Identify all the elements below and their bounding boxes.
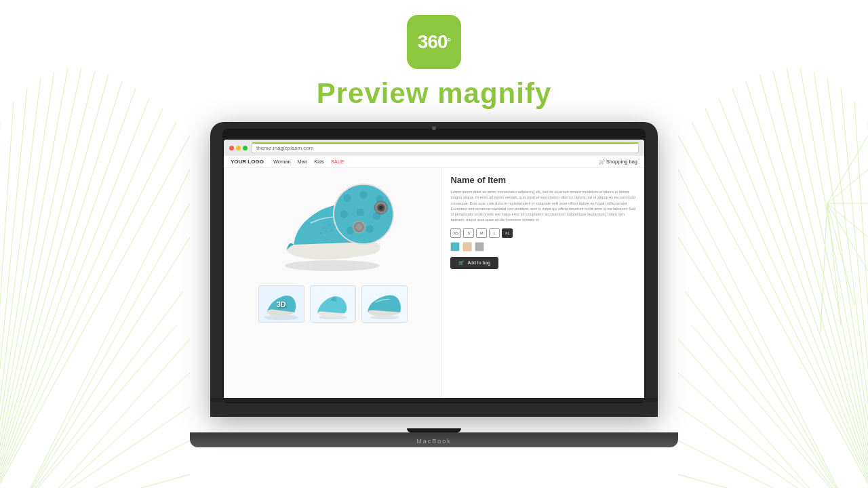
size-xl[interactable]: XL bbox=[502, 228, 513, 238]
svg-point-70 bbox=[359, 191, 367, 199]
logo-sup: ° bbox=[448, 37, 451, 47]
svg-point-69 bbox=[343, 194, 351, 201]
color-teal[interactable] bbox=[450, 242, 460, 251]
site-logo-text: YOUR LOGO bbox=[231, 159, 264, 165]
nav-item-woman[interactable]: Woman bbox=[273, 159, 291, 165]
page-title: Preview magnify bbox=[317, 77, 551, 110]
svg-point-60 bbox=[323, 226, 326, 228]
nav-item-man[interactable]: Man bbox=[298, 159, 308, 165]
cart-label: Shopping bag bbox=[606, 159, 637, 165]
product-info: Name of Item Lorem ipsum dolor sit amet,… bbox=[442, 168, 644, 402]
size-xs[interactable]: XS bbox=[450, 228, 461, 238]
laptop-notch bbox=[407, 428, 461, 432]
svg-point-72 bbox=[340, 210, 347, 218]
nav-items: Woman Man Kids SALE bbox=[273, 159, 599, 165]
nav-item-sale[interactable]: SALE bbox=[331, 159, 344, 165]
svg-point-76 bbox=[366, 225, 374, 232]
svg-point-73 bbox=[356, 208, 363, 216]
laptop-body: theme.magicplasm.com YOUR LOGO Woman Man… bbox=[210, 122, 658, 417]
svg-point-61 bbox=[329, 224, 331, 226]
color-gray[interactable] bbox=[475, 242, 484, 251]
thumb-3d-label: 3D bbox=[277, 300, 286, 308]
color-beige[interactable] bbox=[462, 242, 472, 251]
macbook-label: MacBook bbox=[416, 438, 452, 445]
browser-chrome: theme.magicplasm.com bbox=[224, 140, 644, 156]
webcam-dot bbox=[432, 126, 436, 130]
svg-point-79 bbox=[379, 206, 383, 210]
browser-dots bbox=[229, 146, 248, 150]
size-m[interactable]: M bbox=[476, 228, 487, 238]
svg-point-59 bbox=[285, 260, 380, 271]
thumbnail-3[interactable] bbox=[361, 285, 408, 323]
nav-cart[interactable]: 🛒 Shopping bag bbox=[599, 159, 637, 165]
thumbnail-row: 3D bbox=[258, 285, 408, 323]
site-nav: YOUR LOGO Woman Man Kids SALE 🛒 Shopping… bbox=[224, 156, 644, 168]
color-options bbox=[450, 242, 636, 251]
cart-icon: 🛒 bbox=[599, 159, 605, 165]
browser-dot-green bbox=[243, 146, 248, 150]
logo-badge: 360° bbox=[407, 15, 461, 69]
add-to-bag-label: Add to bag bbox=[467, 260, 490, 265]
browser-dot-red bbox=[229, 146, 234, 150]
nav-item-kids[interactable]: Kids bbox=[314, 159, 324, 165]
cart-btn-icon: 🛒 bbox=[458, 260, 465, 266]
product-description: Lorem ipsum dolor sit amet, consectetur … bbox=[450, 189, 636, 223]
thumbnail-2[interactable] bbox=[310, 285, 356, 323]
product-page: 3D bbox=[224, 168, 644, 402]
size-l[interactable]: L bbox=[489, 228, 500, 238]
main-product-image bbox=[265, 174, 401, 279]
laptop-base: MacBook bbox=[190, 432, 678, 447]
svg-point-63 bbox=[320, 232, 322, 234]
svg-point-81 bbox=[355, 224, 362, 230]
svg-point-65 bbox=[331, 228, 333, 230]
size-s[interactable]: S bbox=[463, 228, 474, 238]
svg-point-64 bbox=[326, 230, 328, 232]
browser-dot-yellow bbox=[236, 146, 241, 150]
browser-window: theme.magicplasm.com YOUR LOGO Woman Man… bbox=[224, 140, 644, 402]
laptop-hinge bbox=[210, 398, 658, 402]
product-name: Name of Item bbox=[450, 175, 636, 185]
magnify-circle bbox=[333, 184, 394, 245]
thumbnail-1[interactable]: 3D bbox=[258, 285, 304, 323]
add-to-bag-button[interactable]: 🛒 Add to bag bbox=[450, 257, 498, 269]
laptop-screen-bezel: theme.magicplasm.com YOUR LOGO Woman Man… bbox=[222, 129, 646, 403]
logo-text: 360 bbox=[418, 31, 448, 53]
size-options: XS S M L XL bbox=[450, 228, 636, 238]
main-content: 360° Preview magnify bbox=[0, 0, 868, 488]
logo-area: 360° Preview magnify bbox=[317, 15, 551, 110]
laptop-wrapper: theme.magicplasm.com YOUR LOGO Woman Man… bbox=[210, 122, 658, 447]
product-images: 3D bbox=[224, 168, 442, 402]
browser-url-bar[interactable]: theme.magicplasm.com bbox=[252, 142, 639, 153]
